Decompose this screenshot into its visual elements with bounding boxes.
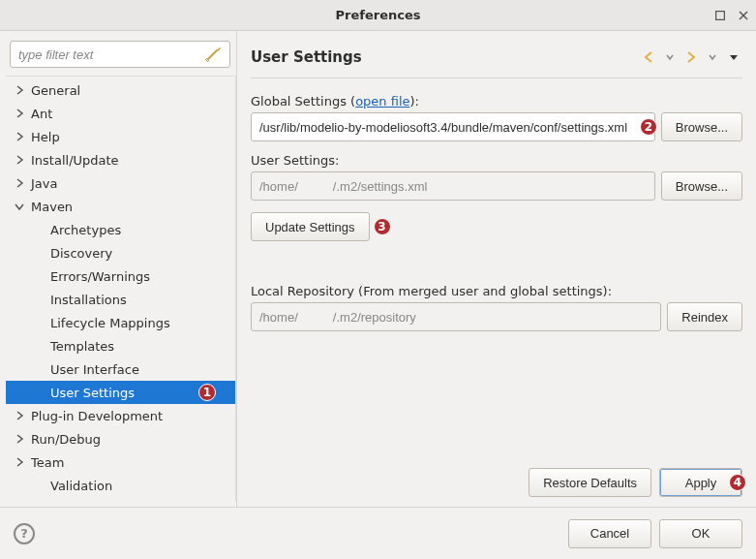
cancel-button[interactable]: Cancel bbox=[568, 519, 651, 548]
titlebar: Preferences bbox=[0, 0, 756, 31]
help-icon[interactable]: ? bbox=[14, 523, 35, 544]
chevron-right-icon bbox=[12, 82, 27, 98]
tree-item-label: Archetypes bbox=[50, 223, 121, 237]
chevron-right-icon bbox=[12, 175, 27, 191]
chevron-right-icon bbox=[31, 245, 46, 261]
browse-global-button[interactable]: Browse... bbox=[661, 112, 742, 141]
nav-back-dropdown-icon[interactable] bbox=[661, 48, 679, 66]
dialog-footer: ? Cancel OK bbox=[0, 507, 756, 559]
footer-left: ? bbox=[14, 523, 35, 544]
global-settings-input-wrap: 2 bbox=[251, 112, 655, 141]
chevron-right-icon bbox=[31, 268, 46, 284]
restore-defaults-button[interactable]: Restore Defaults bbox=[529, 468, 651, 497]
tree-item-label: Install/Update bbox=[31, 153, 119, 168]
chevron-right-icon bbox=[12, 454, 27, 470]
local-repo-input[interactable] bbox=[251, 302, 661, 331]
filter-input[interactable] bbox=[10, 41, 230, 68]
page-buttons: Restore Defaults Apply 4 bbox=[251, 458, 742, 497]
global-settings-input[interactable] bbox=[251, 112, 655, 141]
chevron-right-icon bbox=[31, 292, 46, 307]
nav-back-icon[interactable] bbox=[640, 48, 657, 66]
chevron-right-icon bbox=[31, 315, 46, 330]
badge-user-settings: 1 bbox=[198, 384, 216, 401]
chevron-right-icon bbox=[31, 385, 46, 400]
tree-item-ant[interactable]: Ant bbox=[6, 102, 235, 125]
svg-rect-0 bbox=[716, 12, 725, 20]
tree-item-label: Plug-in Development bbox=[31, 409, 163, 423]
window-title: Preferences bbox=[336, 8, 421, 22]
badge-apply: 4 bbox=[729, 474, 746, 491]
chevron-right-icon bbox=[12, 129, 27, 144]
close-icon[interactable] bbox=[737, 9, 750, 22]
maximize-icon[interactable] bbox=[713, 9, 727, 22]
tree-item-general[interactable]: General bbox=[6, 78, 235, 102]
chevron-right-icon bbox=[12, 431, 27, 447]
tree-item-label: User Settings bbox=[50, 386, 135, 400]
chevron-right-icon bbox=[31, 222, 46, 237]
main-panel: User Settings bbox=[237, 31, 756, 507]
tree-item-label: Discovery bbox=[50, 246, 112, 261]
chevron-down-icon bbox=[12, 199, 27, 214]
tree-item-label: Validation bbox=[50, 479, 112, 493]
local-repo-row: Reindex bbox=[251, 302, 742, 331]
tree-item-validation[interactable]: Validation bbox=[6, 474, 235, 497]
tree-item-run-debug[interactable]: Run/Debug bbox=[6, 427, 235, 450]
nav-forward-icon[interactable] bbox=[682, 48, 700, 66]
tree-item-maven[interactable]: Maven bbox=[6, 195, 235, 218]
tree-item-label: User Interface bbox=[50, 362, 139, 377]
tree-item-install-update[interactable]: Install/Update bbox=[6, 148, 235, 171]
global-settings-label-prefix: Global Settings ( bbox=[251, 94, 355, 109]
tree-item-label: Run/Debug bbox=[31, 432, 101, 447]
update-settings-button[interactable]: Update Settings bbox=[251, 212, 370, 241]
tree-item-label: Lifecycle Mappings bbox=[50, 316, 170, 330]
tree-item-label: Java bbox=[31, 176, 57, 191]
chevron-right-icon bbox=[31, 478, 46, 493]
tree-item-label: Templates bbox=[50, 339, 114, 354]
tree-item-plug-in-development[interactable]: Plug-in Development bbox=[6, 404, 235, 427]
global-settings-label-suffix: ): bbox=[410, 94, 419, 109]
user-settings-label: User Settings: bbox=[251, 153, 742, 168]
nav-forward-dropdown-icon[interactable] bbox=[704, 48, 721, 66]
tree-item-user-interface[interactable]: User Interface bbox=[6, 357, 235, 381]
tree-item-errors-warnings[interactable]: Errors/Warnings bbox=[6, 264, 235, 288]
chevron-right-icon bbox=[12, 106, 27, 121]
tree-item-archetypes[interactable]: Archetypes bbox=[6, 218, 235, 241]
browse-user-button[interactable]: Browse... bbox=[661, 171, 742, 201]
tree-item-templates[interactable]: Templates bbox=[6, 334, 235, 357]
footer-right: Cancel OK bbox=[568, 519, 742, 548]
content: GeneralAntHelpInstall/UpdateJavaMavenArc… bbox=[0, 31, 756, 507]
separator bbox=[251, 78, 742, 78]
tree-item-label: Help bbox=[31, 130, 60, 144]
chevron-right-icon bbox=[12, 152, 27, 168]
tree-item-user-settings[interactable]: User Settings1 bbox=[6, 381, 235, 404]
tree-item-team[interactable]: Team bbox=[6, 450, 235, 474]
badge-update: 3 bbox=[374, 218, 391, 235]
global-settings-label: Global Settings (open file): bbox=[251, 94, 742, 109]
tree-item-installations[interactable]: Installations bbox=[6, 288, 235, 311]
global-settings-row: 2 Browse... bbox=[251, 112, 742, 141]
nav-arrows bbox=[640, 48, 742, 66]
ok-button[interactable]: OK bbox=[659, 519, 742, 548]
reindex-button[interactable]: Reindex bbox=[667, 302, 742, 331]
tree-item-java[interactable]: Java bbox=[6, 171, 235, 195]
chevron-right-icon bbox=[31, 338, 46, 354]
tree-item-label: Maven bbox=[31, 200, 73, 214]
chevron-right-icon bbox=[31, 361, 46, 377]
tree-item-label: Installations bbox=[50, 293, 127, 307]
filter-wrap bbox=[6, 37, 236, 76]
form-area: Global Settings (open file): 2 Browse...… bbox=[251, 92, 742, 497]
user-settings-input[interactable] bbox=[251, 171, 655, 201]
tree-item-label: Errors/Warnings bbox=[50, 269, 150, 284]
open-file-link[interactable]: open file bbox=[355, 94, 409, 109]
page-title: User Settings bbox=[251, 48, 362, 66]
preference-tree[interactable]: GeneralAntHelpInstall/UpdateJavaMavenArc… bbox=[6, 76, 236, 501]
tree-item-label: General bbox=[31, 83, 80, 98]
tree-item-discovery[interactable]: Discovery bbox=[6, 241, 235, 264]
tree-item-label: Ant bbox=[31, 107, 52, 121]
local-repo-label: Local Repository (From merged user and g… bbox=[251, 284, 742, 298]
view-menu-icon[interactable] bbox=[725, 48, 742, 66]
tree-item-help[interactable]: Help bbox=[6, 125, 235, 148]
main-header: User Settings bbox=[251, 41, 742, 74]
badge-global: 2 bbox=[640, 118, 657, 136]
tree-item-lifecycle-mappings[interactable]: Lifecycle Mappings bbox=[6, 311, 235, 334]
